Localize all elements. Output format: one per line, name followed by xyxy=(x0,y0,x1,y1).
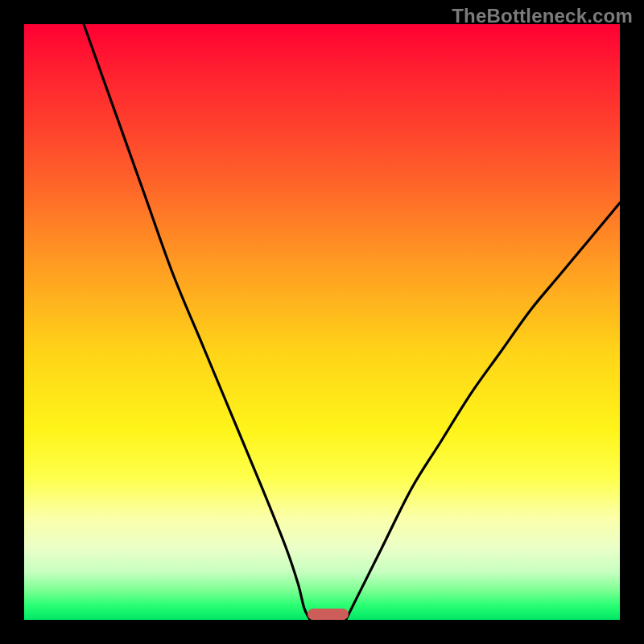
left-curve xyxy=(84,24,310,620)
watermark-text: TheBottleneck.com xyxy=(452,5,633,27)
curves-svg xyxy=(24,24,620,620)
bottleneck-indicator xyxy=(308,609,348,620)
outer-frame: TheBottleneck.com xyxy=(0,0,644,644)
right-curve xyxy=(346,203,620,620)
plot-area xyxy=(24,24,620,620)
